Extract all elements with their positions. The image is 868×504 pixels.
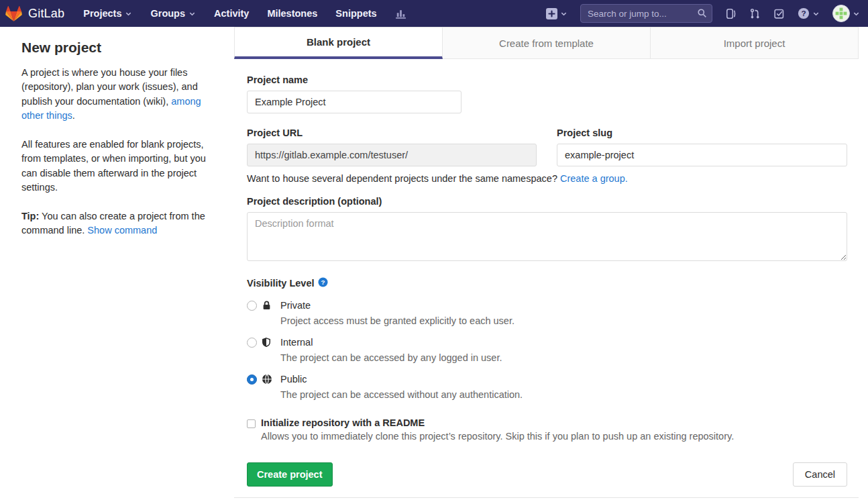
tab-blank-project[interactable]: Blank project (234, 27, 443, 59)
page-title: New project (21, 40, 213, 56)
intro-paragraph: A project is where you house your files … (21, 66, 213, 123)
visibility-help-icon[interactable]: ? (318, 277, 328, 289)
new-menu-button[interactable] (546, 8, 567, 19)
visibility-level-label: Visibility Level (247, 278, 314, 289)
chevron-down-icon (125, 10, 132, 17)
project-type-tabs: Blank project Create from template Impor… (234, 27, 859, 59)
svg-text:?: ? (321, 279, 325, 286)
chevron-down-icon (188, 10, 196, 17)
create-project-button[interactable]: Create project (247, 462, 333, 487)
search-input[interactable] (580, 4, 712, 23)
help-menu-button[interactable]: ? (798, 7, 820, 19)
features-paragraph: All features are enabled for blank proje… (21, 138, 213, 195)
project-name-input[interactable] (247, 91, 462, 113)
info-sidebar: New project A project is where you house… (0, 27, 234, 252)
tip-paragraph: Tip: You can also create a project from … (21, 209, 213, 238)
issues-button[interactable] (725, 8, 737, 19)
visibility-option-public: Public The project can be accessed witho… (247, 373, 847, 400)
nav-projects[interactable]: Projects (83, 8, 132, 19)
project-url-input[interactable] (247, 144, 537, 166)
search-icon (697, 8, 707, 18)
project-url-label: Project URL (247, 128, 537, 138)
logo-text: GitLab (28, 7, 64, 21)
form-actions: Create project Cancel (247, 462, 847, 487)
project-description-textarea[interactable] (247, 212, 847, 261)
private-radio[interactable] (247, 301, 257, 311)
internal-description: The project can be accessed by any logge… (280, 352, 847, 363)
tanuki-icon (5, 5, 22, 22)
chevron-down-icon (560, 10, 567, 17)
globe-icon (262, 374, 276, 387)
readme-checkbox[interactable] (247, 419, 256, 428)
todos-check-icon (773, 8, 785, 19)
readme-description: Allows you to immediately clone this pro… (261, 431, 847, 442)
chart-icon[interactable] (395, 8, 406, 19)
visibility-option-internal: Internal The project can be accessed by … (247, 336, 847, 363)
tab-import-project[interactable]: Import project (651, 27, 859, 59)
new-project-form: Project name Project URL Project slug Wa… (234, 59, 859, 498)
namespace-hint: Want to house several dependent projects… (247, 173, 847, 184)
chevron-down-icon (812, 10, 820, 17)
readme-label[interactable]: Initialize repository with a README (261, 417, 847, 428)
lock-icon (262, 300, 276, 313)
url-slug-row: Project URL Project slug (247, 128, 847, 166)
project-slug-input[interactable] (557, 144, 847, 166)
shield-icon (262, 337, 276, 350)
gitlab-logo[interactable]: GitLab (5, 5, 64, 22)
global-search (580, 4, 712, 23)
internal-radio[interactable] (247, 338, 257, 348)
avatar (832, 5, 850, 22)
description-block: Project description (optional) (247, 196, 847, 263)
internal-label[interactable]: Internal (280, 336, 847, 348)
chevron-down-icon (853, 10, 860, 17)
public-description: The project can be accessed without any … (280, 389, 847, 400)
nav-groups[interactable]: Groups (150, 8, 196, 19)
plus-square-icon (546, 8, 557, 19)
readme-option: Initialize repository with a README Allo… (247, 417, 847, 442)
private-label[interactable]: Private (280, 299, 847, 311)
private-description: Project access must be granted explicitl… (280, 315, 847, 326)
nav-activity[interactable]: Activity (214, 8, 249, 19)
visibility-option-private: Private Project access must be granted e… (247, 299, 847, 326)
public-label[interactable]: Public (280, 373, 847, 385)
cancel-button[interactable]: Cancel (793, 462, 847, 487)
visibility-header: Visibility Level ? (247, 277, 847, 289)
issues-icon (725, 8, 737, 19)
project-description-label: Project description (optional) (247, 196, 847, 207)
user-menu-button[interactable] (832, 5, 860, 22)
help-icon: ? (798, 7, 810, 19)
merge-request-icon (749, 8, 761, 19)
merge-requests-button[interactable] (749, 8, 761, 19)
project-name-label: Project name (247, 74, 847, 85)
nav-snippets[interactable]: Snippets (335, 8, 376, 19)
show-command-link[interactable]: Show command (87, 225, 157, 236)
tab-create-from-template[interactable]: Create from template (443, 27, 651, 59)
create-a-group-link[interactable]: Create a group. (560, 173, 628, 184)
project-slug-label: Project slug (557, 128, 847, 138)
navbar-right: ? (546, 4, 860, 23)
page-content: New project A project is where you house… (0, 27, 868, 498)
todos-button[interactable] (773, 8, 785, 19)
new-project-panel: Blank project Create from template Impor… (234, 27, 859, 498)
public-radio[interactable] (247, 374, 257, 385)
svg-text:?: ? (801, 9, 806, 18)
nav-milestones[interactable]: Milestones (267, 8, 317, 19)
main-nav: Projects Groups Activity Milestones Snip… (83, 8, 406, 19)
top-navbar: GitLab Projects Groups Activity Mileston… (0, 0, 868, 27)
